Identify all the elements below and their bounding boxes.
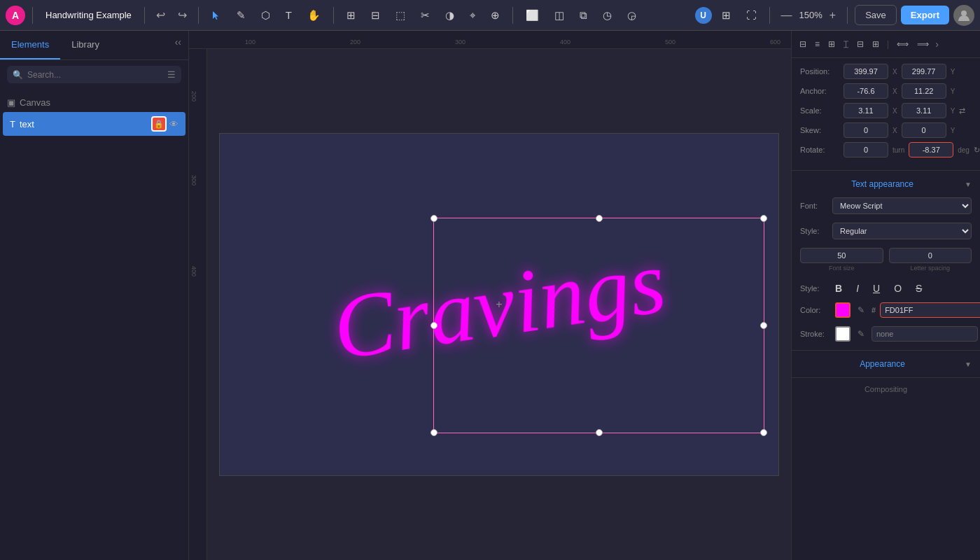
anchor-y-input[interactable] bbox=[902, 83, 946, 99]
u-badge[interactable]: U bbox=[695, 7, 712, 24]
scale-x-unit: X bbox=[892, 107, 897, 115]
rotate-turn-input[interactable] bbox=[844, 142, 888, 158]
handle-tc[interactable] bbox=[596, 215, 603, 222]
ruler-vmark-300: 300 bbox=[190, 175, 197, 186]
list-view-icon[interactable]: ☰ bbox=[167, 69, 176, 80]
italic-button[interactable]: I bbox=[852, 280, 863, 297]
right-collapse-btn[interactable]: › bbox=[935, 38, 939, 50]
tab-elements[interactable]: Elements bbox=[0, 31, 60, 59]
strikethrough2-button[interactable]: S bbox=[911, 280, 926, 297]
font-select[interactable]: Meow Script bbox=[832, 197, 972, 214]
skew-x-input[interactable] bbox=[844, 122, 888, 138]
stroke-hex-input[interactable] bbox=[872, 326, 978, 342]
distribute-h-btn[interactable]: ⟺ bbox=[893, 36, 912, 52]
path-tool[interactable]: ⌖ bbox=[464, 5, 481, 26]
zoom-out-btn[interactable]: — bbox=[777, 6, 797, 24]
position-x-input[interactable] bbox=[844, 64, 888, 79]
rotate-link-icon[interactable]: ↻ bbox=[974, 146, 980, 155]
align-left-btn[interactable]: ⊟ bbox=[796, 36, 810, 52]
distribute-tool[interactable]: ⊟ bbox=[365, 5, 386, 26]
undo-button[interactable]: ↩ bbox=[152, 6, 169, 24]
tab-library[interactable]: Library bbox=[60, 31, 111, 59]
hand-tool[interactable]: ✋ bbox=[302, 5, 326, 26]
handle-br[interactable] bbox=[760, 429, 767, 436]
align-center-btn[interactable]: ≡ bbox=[811, 36, 823, 52]
style-select[interactable]: Regular bbox=[832, 223, 972, 239]
app-logo[interactable]: A bbox=[6, 6, 25, 25]
align-top-btn[interactable]: ⌶ bbox=[840, 36, 852, 52]
style-row: Style: Regular bbox=[792, 220, 980, 242]
skew-y-input[interactable] bbox=[902, 122, 946, 138]
grid-tool[interactable]: ⊞ bbox=[716, 5, 736, 26]
text-tool[interactable]: T bbox=[280, 5, 298, 25]
redo-button[interactable]: ↪ bbox=[174, 6, 191, 24]
skew-x-unit: X bbox=[892, 127, 897, 134]
visibility-button[interactable]: 👁 bbox=[169, 119, 178, 130]
save-button[interactable]: Save bbox=[855, 5, 897, 25]
layer-text[interactable]: T text 🔒 👁 bbox=[3, 112, 186, 136]
align-bottom-btn[interactable]: ⊞ bbox=[869, 36, 883, 52]
camera-tool[interactable]: ⬜ bbox=[520, 5, 545, 26]
layer-canvas[interactable]: ▣ Canvas bbox=[0, 93, 188, 112]
font-size-input[interactable] bbox=[800, 248, 883, 263]
search-input[interactable] bbox=[27, 70, 163, 80]
text-appearance-header[interactable]: Text appearance ▼ bbox=[792, 174, 980, 195]
color-edit-button[interactable]: ✎ bbox=[855, 304, 867, 316]
mask-tool[interactable]: ◑ bbox=[440, 5, 460, 26]
distribute-v-btn[interactable]: ⟹ bbox=[913, 36, 932, 52]
cravings-text[interactable]: Cravings bbox=[328, 235, 671, 374]
svg-marker-0 bbox=[213, 11, 218, 20]
boolean-tool[interactable]: ⊕ bbox=[485, 5, 505, 26]
color-hex-input[interactable] bbox=[880, 302, 980, 318]
handle-bl[interactable] bbox=[430, 429, 438, 436]
zoom-fit[interactable]: ⛶ bbox=[741, 5, 762, 25]
underline-button[interactable]: U bbox=[869, 280, 884, 297]
bold-button[interactable]: B bbox=[831, 280, 846, 297]
canvas-content: Cravings + bbox=[207, 49, 791, 560]
anchor-x-input[interactable] bbox=[844, 83, 888, 99]
ruler-vmark-400: 400 bbox=[190, 266, 197, 276]
compositing-label: Compositing bbox=[792, 381, 980, 398]
scale-x-input[interactable] bbox=[844, 103, 888, 118]
crop-tool[interactable]: ✂ bbox=[415, 5, 435, 26]
stroke-swatch[interactable] bbox=[835, 326, 850, 342]
rotate-turn-unit: turn bbox=[892, 146, 904, 154]
color-swatch[interactable] bbox=[835, 302, 850, 318]
align-right-btn[interactable]: ⊞ bbox=[825, 36, 839, 52]
size-row: Font size Letter spacing bbox=[792, 245, 980, 274]
shape-tool[interactable]: ⬡ bbox=[255, 5, 276, 26]
scale-y-input[interactable] bbox=[902, 103, 946, 118]
position-y-input[interactable] bbox=[902, 64, 946, 79]
strikethrough-button[interactable]: O bbox=[890, 280, 906, 297]
letter-spacing-input[interactable] bbox=[889, 248, 972, 263]
toolbar: A Handwriting Example ↩ ↪ ✎ ⬡ T ✋ ⊞ ⊟ ⬚ … bbox=[0, 0, 980, 31]
zoom-in-btn[interactable]: + bbox=[825, 6, 840, 24]
lock-button[interactable]: 🔒 bbox=[151, 116, 167, 132]
pen-tool[interactable]: ✎ bbox=[231, 5, 251, 26]
export-button[interactable]: Export bbox=[901, 6, 949, 24]
stroke-edit-button[interactable]: ✎ bbox=[855, 328, 867, 340]
align-tool[interactable]: ⊞ bbox=[341, 5, 361, 26]
search-bar: 🔍 ☰ bbox=[7, 66, 181, 83]
select-tool[interactable] bbox=[206, 6, 227, 24]
align-middle-btn[interactable]: ⊟ bbox=[853, 36, 867, 52]
position-x-unit: X bbox=[892, 68, 897, 76]
handle-mr[interactable] bbox=[760, 322, 767, 329]
handle-tl[interactable] bbox=[430, 215, 438, 222]
user-avatar[interactable] bbox=[953, 5, 974, 26]
canvas-icon: ▣ bbox=[7, 97, 15, 108]
flip-tool[interactable]: ◫ bbox=[549, 5, 570, 26]
layer-tool[interactable]: ⧉ bbox=[574, 5, 593, 26]
appearance-header[interactable]: Appearance ▼ bbox=[792, 354, 980, 374]
canvas-area[interactable]: 100 200 300 400 500 600 200 300 400 Crav… bbox=[189, 31, 791, 560]
rotate-deg-input[interactable] bbox=[909, 142, 953, 158]
frame-tool[interactable]: ⬚ bbox=[390, 5, 411, 26]
handle-bc[interactable] bbox=[596, 429, 603, 436]
position-section: Position: X Y Anchor: X Y Scale: X Y ⇄ bbox=[792, 58, 980, 167]
timing-tool[interactable]: ◷ bbox=[597, 5, 617, 26]
handle-tr[interactable] bbox=[760, 215, 767, 222]
canvas-stage[interactable]: Cravings + bbox=[219, 133, 779, 476]
timing2-tool[interactable]: ◶ bbox=[622, 5, 642, 26]
collapse-panel-btn[interactable]: ‹‹ bbox=[168, 31, 188, 59]
scale-link-icon[interactable]: ⇄ bbox=[959, 106, 965, 115]
